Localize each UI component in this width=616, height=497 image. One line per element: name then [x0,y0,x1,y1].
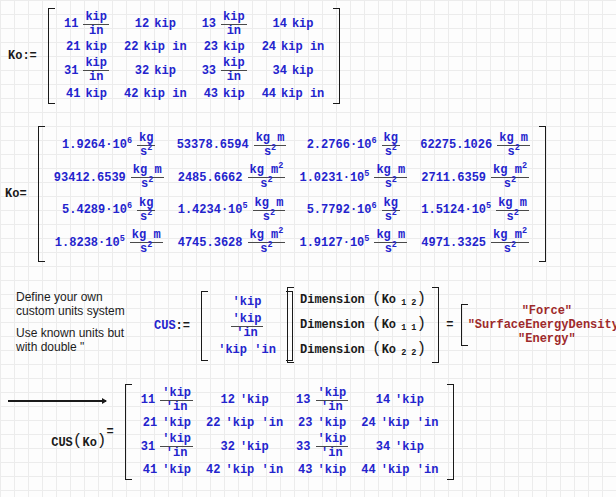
left-bracket [38,126,45,262]
math-region-dimension[interactable]: Dimension (Ko 1 2)Dimension (Ko 1 1)Dime… [287,287,616,363]
matrix-cell: 22'kip 'in [206,416,283,430]
cell-unit: 'kip [395,440,424,454]
cell-unit: kip in [281,40,324,54]
cell-value: 31 [141,440,155,454]
cell-value: 11 [141,393,155,407]
matrix-cell: 32'kip [206,440,283,454]
matrix-cell: 44'kip 'in [361,463,438,477]
unit-fraction: kipin [83,11,109,37]
unit-numerator: 'kip [160,387,193,401]
open-paren: ( [372,290,382,308]
cell-value: 41 [143,463,157,477]
math-region-ko-definition[interactable]: Ko:= 11kipin12kip13kipin14kip21kip22kip … [8,8,340,104]
cell-unit: 'kip [162,416,191,430]
unit-denominator: in [87,71,105,84]
matrix-cell: 1.0231·105kg ms2 [299,164,407,190]
math-region-cus-applied[interactable]: CUS(Ko) = 11'kip'in12'kip13'kip'in14'kip… [8,384,454,480]
function-name: CUS [51,436,73,450]
matrix-cell: 5.7792·106kgs2 [299,197,407,223]
matrix-cell: "Energy" [468,332,616,346]
cell-value: 34 [376,440,390,454]
cell-value: 44 [361,463,375,477]
matrix-cell: 1.8238·105kg ms2 [54,229,164,255]
unit-denominator: in [225,71,243,84]
cell-value: 14 [272,17,286,31]
cell-value: 32 [220,440,234,454]
unit-numerator: kip [221,57,247,71]
cell-unit: 'kip [318,463,347,477]
unit-denominator: 'in [234,327,260,340]
note-lines: Define your owncustom units systemUse kn… [16,291,125,354]
unit-denominator: s2 [139,178,155,191]
cell-value: 1.9127·105 [299,236,369,250]
unit-numerator: kg m [374,229,407,243]
unit-denominator: s2 [504,211,520,224]
argument-name: Ko [382,343,396,357]
matrix-cell: 42'kip 'in [206,463,283,477]
matrix-cell: 31kipin [64,57,109,83]
unit-fraction: kg ms2 [496,197,529,223]
unit-numerator: kg m2 [248,229,286,243]
cell-unit: kip [223,87,245,101]
cus-applied-matrix: 11'kip'in12'kip13'kip'in14'kip21'kip22'k… [125,384,454,480]
matrix-grid: 11kipin12kip13kipin14kip21kip22kip in23k… [55,8,333,104]
cell-value: 43 [204,87,218,101]
dimension-call: Dimension (Ko 1 2) [300,291,426,309]
unit-denominator: in [225,25,243,38]
unit-fraction: kg m2s2 [248,229,286,255]
matrix-cell: 23kip [202,40,247,54]
argument-name: Ko [82,436,96,450]
unit-fraction: kg ms2 [253,197,286,223]
unit-denominator: 'in [164,447,190,460]
note-line: with double " [16,341,125,355]
cell-value: 93412.6539 [54,171,126,185]
math-region-ko-evaluated[interactable]: Ko= 1.9264·106kgs253378.6594kg ms22.2766… [5,126,546,262]
unit-numerator: 'kip [316,387,349,401]
cell-value: 44 [262,87,276,101]
unit-fraction: kg m2s2 [491,229,529,255]
cell-value: 42 [206,463,220,477]
matrix-cell: 43'kip [296,463,348,477]
cell-unit: kip in [281,87,324,101]
unit-denominator: s2 [262,146,278,159]
cell-value: 33 [202,64,216,78]
right-bracket [539,126,546,262]
unit-denominator: s2 [138,146,154,159]
unit-fraction: kg ms2 [497,132,530,158]
unit-denominator: s2 [505,146,521,159]
equals-operator: = [19,187,33,201]
unit-denominator: s2 [258,178,274,191]
left-bracket [287,287,294,363]
unit-numerator: kip [83,11,109,25]
cell-value: 2485.6662 [178,171,243,185]
matrix-cell: 2485.6662kg m2s2 [177,164,287,190]
unit-numerator: kg [382,197,400,211]
unit-denominator: s2 [502,178,518,191]
unit-denominator: in [87,25,105,38]
cell-unit: 'kip 'in [381,463,439,477]
dimension-call: Dimension (Ko 1 1) [300,316,426,334]
close-paren: ) [97,432,107,450]
math-region-cus-definition[interactable]: CUS:= 'kip'kip'in'kip 'in [154,291,293,361]
matrix-cell: 43kip [202,87,247,101]
cell-unit: kip [292,17,314,31]
unit-denominator: s2 [383,211,399,224]
cell-unit: 'kip 'in [218,343,276,357]
cell-value: 43 [298,463,312,477]
cell-value: 23 [204,40,218,54]
unit-denominator: 'in [319,447,345,460]
matrix-cell: 13kipin [202,11,247,37]
matrix-cell: 42kip in [124,87,187,101]
equals-operator: = [106,425,120,439]
left-bracket [461,304,468,346]
left-bracket [48,8,55,104]
matrix-cell: 5.4289·106kgs2 [54,197,164,223]
matrix-cell: 41kip [64,87,109,101]
text-region-note[interactable]: Define your owncustom units systemUse kn… [16,291,125,354]
cell-value: 1.4234·105 [178,203,248,217]
assign-operator: := [22,49,44,63]
unit-fraction: kg ms2 [374,164,407,190]
unit-fraction: 'kip'in [231,313,264,339]
matrix-cell: 'kip [218,295,276,309]
matrix-cell: 21kip [64,40,109,54]
